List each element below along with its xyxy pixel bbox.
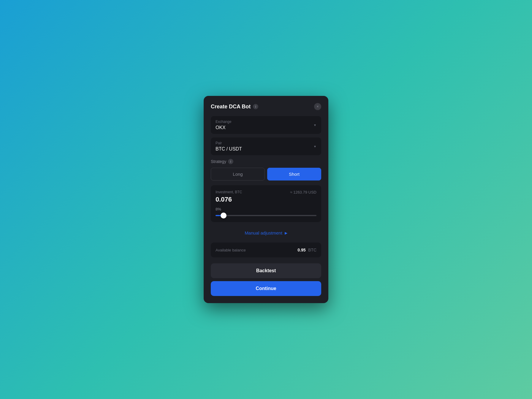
- manual-adjustment-link[interactable]: Manual adjustment ▶: [211, 226, 321, 240]
- available-balance-section: Available balance 0.95 BTC: [211, 243, 321, 257]
- strategy-buttons: Long Short: [211, 168, 321, 180]
- backtest-button[interactable]: Backtest: [211, 263, 321, 278]
- investment-header: Investment, BTC ≈ 1263.79 USD: [216, 190, 316, 194]
- manual-adjustment-label: Manual adjustment: [245, 230, 282, 235]
- balance-amount: 0.95 BTC: [297, 247, 316, 253]
- long-button[interactable]: Long: [211, 168, 265, 180]
- slider-track: [216, 215, 316, 216]
- modal-title: Create DCA Bot: [211, 104, 251, 110]
- investment-usd: ≈ 1263.79 USD: [290, 190, 316, 194]
- title-info-icon[interactable]: i: [253, 104, 258, 109]
- strategy-section: Strategy i Long Short: [211, 159, 321, 180]
- slider-container: [216, 214, 316, 217]
- percentage-label: 8%: [216, 207, 316, 211]
- pair-dropdown-icon: ▼: [314, 145, 316, 148]
- strategy-info-icon[interactable]: i: [228, 159, 233, 164]
- modal-header: Create DCA Bot i ×: [211, 103, 321, 110]
- continue-button[interactable]: Continue: [211, 281, 321, 296]
- short-button[interactable]: Short: [267, 168, 321, 180]
- manual-adjustment-arrow: ▶: [285, 231, 287, 235]
- close-button[interactable]: ×: [314, 103, 321, 110]
- balance-label: Available balance: [216, 248, 246, 252]
- investment-label: Investment, BTC: [216, 190, 242, 194]
- exchange-dropdown-icon: ▼: [314, 124, 316, 127]
- investment-section: Investment, BTC ≈ 1263.79 USD 0.076 8%: [211, 185, 321, 222]
- exchange-value: OKX: [216, 125, 316, 130]
- balance-currency: BTC: [308, 248, 316, 252]
- pair-label: Pair: [216, 141, 316, 145]
- investment-value: 0.076: [216, 196, 316, 203]
- pair-field[interactable]: Pair BTC / USDT ▼: [211, 137, 321, 155]
- strategy-label-group: Strategy i: [211, 159, 321, 164]
- exchange-label: Exchange: [216, 120, 316, 124]
- balance-value: 0.95: [297, 248, 305, 252]
- title-group: Create DCA Bot i: [211, 104, 258, 110]
- create-dca-bot-modal: Create DCA Bot i × Exchange OKX ▼ Pair B…: [204, 96, 328, 303]
- strategy-label: Strategy: [211, 159, 226, 164]
- exchange-field[interactable]: Exchange OKX ▼: [211, 116, 321, 134]
- slider-thumb[interactable]: [221, 213, 227, 218]
- pair-value: BTC / USDT: [216, 146, 316, 152]
